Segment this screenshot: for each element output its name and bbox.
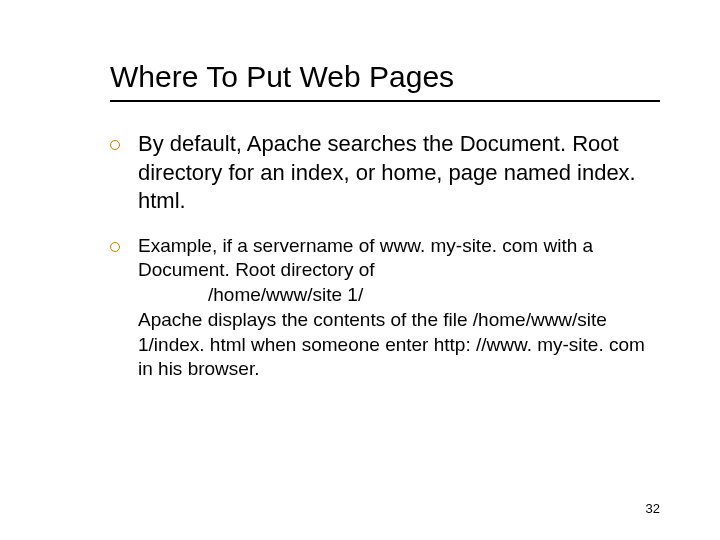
bullet-text-line1: Example, if a servername of www. my-site… xyxy=(138,235,593,281)
bullet-list: By default, Apache searches the Document… xyxy=(110,130,660,382)
bullet-item: By default, Apache searches the Document… xyxy=(110,130,660,216)
slide: Where To Put Web Pages By default, Apach… xyxy=(0,0,720,540)
bullet-text: By default, Apache searches the Document… xyxy=(138,131,636,213)
bullet-text-indent: /home/www/site 1/ xyxy=(138,283,660,308)
slide-title: Where To Put Web Pages xyxy=(110,60,660,94)
page-number: 32 xyxy=(646,501,660,516)
bullet-text-line2: Apache displays the contents of the file… xyxy=(138,309,645,379)
title-underline xyxy=(110,100,660,102)
bullet-item: Example, if a servername of www. my-site… xyxy=(110,234,660,382)
